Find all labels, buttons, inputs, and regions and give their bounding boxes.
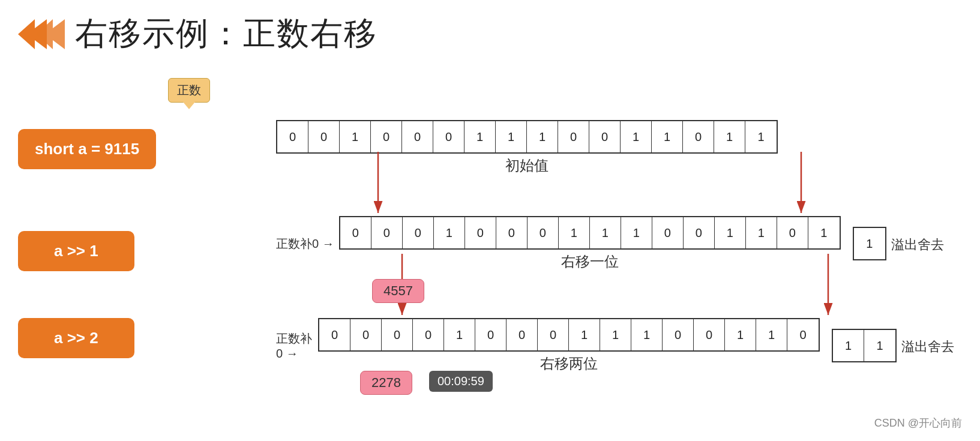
bit-2-15: 0: [787, 319, 819, 350]
bit-2-7: 0: [538, 319, 569, 350]
row1-bit-row: 0 0 0 1 0 0 0 1 1 1 0 0 1 1 0 1: [339, 216, 841, 250]
overflow-bit-2-0: 1: [833, 330, 864, 361]
bit-0-11: 1: [621, 121, 652, 152]
bit-1-10: 0: [652, 217, 684, 248]
chevron-arrows-icon: [18, 16, 66, 52]
overflow-label-1-container: 溢出舍去: [891, 233, 944, 254]
bit-0-9: 0: [558, 121, 589, 152]
bit-1-7: 1: [559, 217, 590, 248]
bit-1-3: 1: [434, 217, 465, 248]
overflow-row-2: 1 1: [832, 329, 897, 362]
overflow-box-2: 1 1: [832, 329, 897, 362]
a-rshift1-label-container: a >> 1: [18, 231, 134, 271]
bit-0-0: 0: [277, 121, 308, 152]
bit-1-11: 0: [684, 217, 715, 248]
initial-row-group: 0 0 1 0 0 0 1 1 1 0 0 1 1 0 1 1 初始值: [276, 120, 778, 175]
bit-2-12: 0: [694, 319, 725, 350]
title-arrows: [18, 16, 66, 52]
supp-label-2: 正数补0 →: [276, 331, 313, 361]
bit-1-14: 0: [777, 217, 808, 248]
bit-0-5: 0: [433, 121, 464, 152]
bit-2-3: 0: [413, 319, 444, 350]
bit-1-13: 1: [746, 217, 777, 248]
bit-1-15: 1: [808, 217, 840, 248]
watermark: CSDN @开心向前: [874, 416, 962, 430]
overflow-row-1: 1: [853, 227, 886, 260]
bit-2-8: 1: [569, 319, 600, 350]
value-tooltip-4557: 4557: [372, 279, 424, 303]
bit-1-0: 0: [340, 217, 371, 248]
svg-marker-1: [36, 19, 65, 49]
bit-2-13: 1: [725, 319, 756, 350]
bit-0-3: 0: [371, 121, 402, 152]
bit-1-4: 0: [465, 217, 496, 248]
bit-0-14: 1: [714, 121, 745, 152]
overflow-label-2-container: 溢出舍去: [901, 335, 954, 356]
supp-label-1: 正数补0 →: [276, 236, 334, 252]
bit-2-11: 0: [663, 319, 694, 350]
bit-0-6: 1: [464, 121, 496, 152]
initial-bit-row: 0 0 1 0 0 0 1 1 1 0 0 1 1 0 1 1: [276, 120, 778, 154]
rshift2-label: 右移两位: [540, 354, 598, 373]
row1-group: 正数补0 → 0 0 0 1 0 0 0 1 1 1 0 0 1 1: [276, 216, 944, 271]
row2-bit-row: 0 0 0 0 1 0 0 0 1 1 1 0 0 1 1 0: [318, 318, 820, 352]
bit-0-12: 1: [652, 121, 683, 152]
page-container: 右移示例：正数右移 short a = 9115 a >> 1 a >> 2 正…: [0, 0, 980, 441]
bit-1-5: 0: [496, 217, 528, 248]
timer-badge: 00:09:59: [429, 371, 493, 392]
bit-0-8: 1: [527, 121, 558, 152]
overflow-label-1: 溢出舍去: [891, 236, 944, 254]
bit-1-8: 1: [590, 217, 621, 248]
bit-0-15: 1: [745, 121, 777, 152]
bit-0-10: 0: [589, 121, 621, 152]
a-rshift2-label: a >> 2: [18, 318, 134, 358]
bit-0-7: 1: [496, 121, 527, 152]
bit-2-9: 1: [600, 319, 631, 350]
short-a-label-container: short a = 9115: [18, 129, 156, 169]
row2-group: 正数补0 → 0 0 0 0 1 0 0 0 1 1 1 0 0 1: [276, 318, 954, 373]
bit-2-4: 1: [444, 319, 475, 350]
row2-bits-group: 0 0 0 0 1 0 0 0 1 1 1 0 0 1 1 0 右: [318, 318, 820, 373]
bit-0-13: 0: [683, 121, 714, 152]
bit-2-0: 0: [319, 319, 350, 350]
overflow-bit-2-1: 1: [864, 330, 895, 361]
bit-0-4: 0: [402, 121, 433, 152]
bit-0-1: 0: [308, 121, 340, 152]
value-tooltip-2278: 2278: [360, 371, 412, 395]
bit-1-1: 0: [371, 217, 403, 248]
bit-2-14: 1: [756, 319, 787, 350]
bit-2-10: 1: [631, 319, 663, 350]
title-row: 右移示例：正数右移: [18, 12, 962, 56]
initial-label: 初始值: [505, 156, 549, 175]
bit-0-2: 1: [340, 121, 371, 152]
bit-2-6: 0: [507, 319, 538, 350]
a-rshift1-label: a >> 1: [18, 231, 134, 271]
zhengsu-tooltip: 正数: [168, 78, 210, 103]
row1-bits-group: 0 0 0 1 0 0 0 1 1 1 0 0 1 1 0 1 右: [339, 216, 841, 271]
bit-1-6: 0: [528, 217, 559, 248]
bit-1-9: 1: [621, 217, 652, 248]
bit-2-2: 0: [382, 319, 413, 350]
bit-2-5: 0: [475, 319, 507, 350]
page-title: 右移示例：正数右移: [75, 12, 377, 56]
overflow-box-1: 1: [853, 227, 886, 260]
bit-2-1: 0: [350, 319, 382, 350]
bit-1-12: 1: [715, 217, 746, 248]
overflow-bit-1-0: 1: [854, 228, 885, 259]
a-rshift2-label-container: a >> 2: [18, 318, 134, 358]
rshift1-label: 右移一位: [561, 252, 619, 271]
bit-1-2: 0: [403, 217, 434, 248]
short-a-label: short a = 9115: [18, 129, 156, 169]
overflow-label-2: 溢出舍去: [901, 338, 954, 356]
